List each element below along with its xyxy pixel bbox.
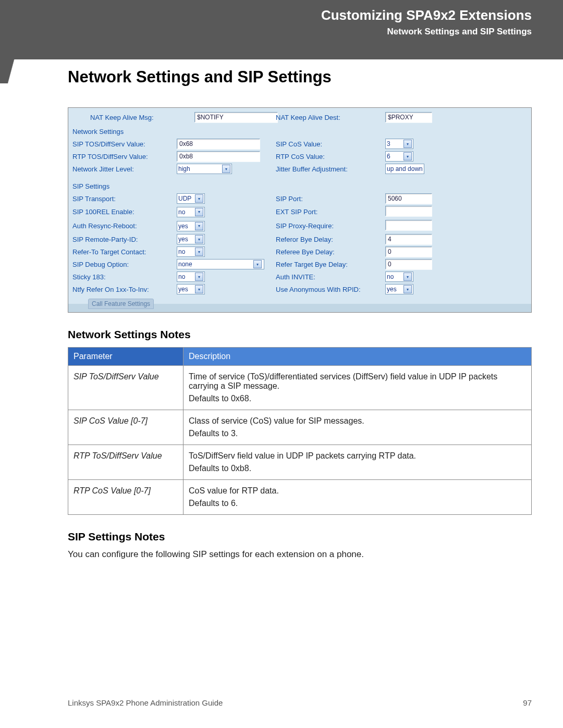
network-notes-heading: Network Settings Notes [68,328,532,341]
desc-line: Defaults to 0xb8. [189,464,526,473]
refer-to-target-label: Refer-To Target Contact: [72,248,177,256]
desc-line: Class of service (CoS) value for SIP mes… [189,416,526,426]
desc-line: CoS value for RTP data. [189,486,526,496]
nat-msg-label: NAT Keep Alive Msg: [72,114,194,121]
ext-sip-port-label: EXT SIP Port: [276,208,385,216]
referee-bye-label: Referee Bye Delay: [276,248,385,256]
table-header-parameter: Parameter [68,348,183,366]
desc-cell: Class of service (CoS) value for SIP mes… [183,410,532,445]
chevron-down-icon: ▾ [195,248,203,256]
auth-invite-select[interactable]: no▾ [385,272,413,282]
table-header-description: Description [183,348,532,366]
nat-dest-input[interactable]: $PROXY [385,112,432,122]
jitter-level-select[interactable]: high▾ [177,164,232,174]
sip-cos-select[interactable]: 3▾ [385,139,413,149]
table-row: SIP CoS Value [0-7] Class of service (Co… [68,410,532,445]
settings-panel: NAT Keep Alive Msg: $NOTIFY NAT Keep Ali… [68,107,532,313]
table-row: RTP ToS/DiffServ Value ToS/DiffServ fiel… [68,445,532,480]
param-cell: SIP ToS/DiffServ Value [68,366,183,410]
ntfy-refer-label: Ntfy Refer On 1xx-To-Inv: [72,286,177,293]
sip-100rel-select[interactable]: no▾ [177,207,205,217]
chevron-down-icon: ▾ [195,194,203,203]
header-slash [0,0,52,83]
sip-proxy-require-input[interactable] [385,220,432,230]
desc-line: Defaults to 6. [189,499,526,508]
jitter-adjust-label: Jitter Buffer Adjustment: [276,165,385,173]
chevron-down-icon: ▾ [195,235,203,243]
sip-notes-body: You can configure the following SIP sett… [68,549,532,560]
rtp-tos-label: RTP TOS/DiffServ Value: [72,153,177,161]
ext-sip-port-input[interactable] [385,206,432,216]
chevron-down-icon: ▾ [222,165,230,173]
page-title: Network Settings and SIP Settings [68,68,532,87]
rtp-cos-label: RTP CoS Value: [276,153,385,161]
header-title: Customizing SPA9x2 Extensions [0,7,532,23]
refer-target-bye-input[interactable]: 0 [385,259,432,269]
referee-bye-input[interactable]: 0 [385,246,432,257]
sip-settings-heading: SIP Settings [72,182,527,190]
sip-remote-party-select[interactable]: yes▾ [177,234,205,244]
chevron-down-icon: ▾ [195,208,203,216]
network-settings-heading: Network Settings [72,128,527,135]
param-cell: RTP CoS Value [0-7] [68,480,183,515]
ntfy-refer-select[interactable]: yes▾ [177,284,205,294]
desc-line: ToS/DiffServ field value in UDP IP packe… [189,451,526,461]
desc-line: Defaults to 0x68. [189,394,526,403]
chevron-down-icon: ▾ [195,273,203,281]
refer-target-bye-label: Refer Target Bye Delay: [276,261,385,268]
auth-resync-select[interactable]: yes▾ [177,221,205,231]
desc-line: Time of service (ToS)/differentiated ser… [189,372,526,391]
auth-resync-label: Auth Resync-Reboot: [72,222,177,230]
header-subtitle: Network Settings and SIP Settings [0,27,532,37]
param-cell: RTP ToS/DiffServ Value [68,445,183,480]
sip-debug-label: SIP Debug Option: [72,261,177,268]
sip-tos-label: SIP TOS/DiffServ Value: [72,140,177,148]
chevron-down-icon: ▾ [403,140,412,148]
sip-debug-select[interactable]: none▾ [177,259,264,269]
page-footer: Linksys SPA9x2 Phone Administration Guid… [68,698,532,707]
sip-100rel-label: SIP 100REL Enable: [72,208,177,216]
param-cell: SIP CoS Value [0-7] [68,410,183,445]
content: Network Settings and SIP Settings NAT Ke… [68,68,532,560]
sticky183-select[interactable]: no▾ [177,272,205,282]
jitter-level-label: Network Jitter Level: [72,165,177,173]
chevron-down-icon: ▾ [403,285,412,293]
desc-cell: ToS/DiffServ field value in UDP IP packe… [183,445,532,480]
desc-line: Defaults to 3. [189,429,526,438]
desc-cell: CoS value for RTP data. Defaults to 6. [183,480,532,515]
chevron-down-icon: ▾ [195,222,203,230]
footer-left: Linksys SPA9x2 Phone Administration Guid… [68,698,223,707]
sticky183-label: Sticky 183: [72,273,177,281]
rtp-tos-input[interactable]: 0xb8 [177,151,260,162]
use-anon-rpid-select[interactable]: yes▾ [385,284,413,294]
rtp-cos-select[interactable]: 6▾ [385,151,413,162]
footer-page-number: 97 [523,698,532,707]
chevron-down-icon: ▾ [195,285,203,293]
sip-port-label: SIP Port: [276,195,385,203]
sip-proxy-require-label: SIP Proxy-Require: [276,222,385,230]
desc-cell: Time of service (ToS)/differentiated ser… [183,366,532,410]
chevron-down-icon: ▾ [253,260,262,268]
sip-tos-input[interactable]: 0x68 [177,139,260,149]
sip-transport-label: SIP Transport: [72,195,177,203]
call-feature-tab[interactable]: Call Feature Settings [88,299,154,309]
use-anon-rpid-label: Use Anonymous With RPID: [276,286,385,293]
sip-port-input[interactable]: 5060 [385,193,432,204]
sip-cos-label: SIP CoS Value: [276,140,385,148]
referor-bye-input[interactable]: 4 [385,234,432,244]
sip-notes-heading: SIP Settings Notes [68,530,532,543]
sip-remote-party-label: SIP Remote-Party-ID: [72,236,177,243]
jitter-adjust-select[interactable]: up and down [385,164,424,174]
sip-transport-select[interactable]: UDP▾ [177,193,205,204]
table-row: RTP CoS Value [0-7] CoS value for RTP da… [68,480,532,515]
page-header: Customizing SPA9x2 Extensions Network Se… [0,0,563,59]
refer-to-target-select[interactable]: no▾ [177,246,205,257]
chevron-down-icon: ▾ [403,273,412,281]
nat-dest-label: NAT Keep Alive Dest: [276,114,385,121]
auth-invite-label: Auth INVITE: [276,273,385,281]
chevron-down-icon: ▾ [403,152,412,161]
nat-msg-input[interactable]: $NOTIFY [194,112,278,122]
network-notes-table: Parameter Description SIP ToS/DiffServ V… [68,347,532,515]
table-row: SIP ToS/DiffServ Value Time of service (… [68,366,532,410]
referor-bye-label: Referor Bye Delay: [276,236,385,243]
